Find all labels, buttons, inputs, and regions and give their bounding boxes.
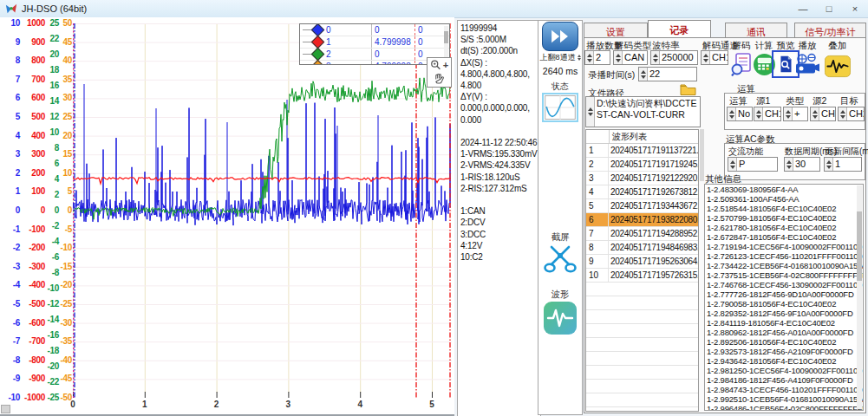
decode-field-3-value: CH1 <box>710 51 728 64</box>
legend-row[interactable]: 14.7999980 <box>300 36 449 49</box>
spinner-arrows[interactable] <box>585 51 594 64</box>
y-tick-label: -6 <box>52 252 59 263</box>
titlebar: JH-DSO (64bit) — □ × <box>0 0 868 18</box>
y-tick-label: 10 <box>62 168 72 179</box>
other-info-item: 1-2.719194-1CEC56F4-10090002FF001100 <box>705 242 863 251</box>
page-up-8ch-control[interactable]: 上翻8通道 <box>538 52 582 63</box>
operation-field-3[interactable]: CH2 <box>810 107 836 121</box>
plot-area[interactable]: 00014.799998020034.7999980 + <box>73 23 452 398</box>
fast-forward-button[interactable] <box>538 23 582 50</box>
decode-field-0[interactable]: 2 <box>584 50 610 65</box>
other-info-item: 1-2.746768-1CECF456-13090002FF001100 <box>705 280 863 289</box>
tab-settings[interactable]: 设置 <box>584 23 648 37</box>
measurement-line: 4.800,4.800,4.800, <box>460 68 538 80</box>
y-tick-label: -500 <box>29 299 45 309</box>
other-info-list[interactable]: 1-2.483069-180956F4-AA1-2.509361-100AF45… <box>704 184 864 411</box>
decode-field-1[interactable]: CAN <box>613 50 648 65</box>
file-path-box[interactable]: D:\快速访问资料\DCCTEST-CAN-VOLT-CURR <box>585 96 701 127</box>
waveform-list-row[interactable]: 62024051717193822080.j <box>586 213 698 227</box>
ac-field-1[interactable]: 30 <box>784 157 820 172</box>
zoom-in-tool[interactable]: + <box>430 59 448 72</box>
y-tick-label: -16 <box>47 330 59 341</box>
measurement-line: 1-VRMS:195.330mV <box>460 148 538 159</box>
other-info-item: 1-2.892506-181056F4-EC10C40E02 <box>705 337 863 347</box>
y-tick-label: 9 <box>16 37 20 48</box>
waveform-button[interactable] <box>538 301 582 337</box>
叠加-button[interactable]: 叠加 <box>825 40 851 80</box>
minimize-button[interactable]: — <box>790 0 816 17</box>
spinner-arrows[interactable] <box>651 51 660 64</box>
x-axis-labels: 012345 <box>73 400 452 412</box>
operation-field-2[interactable]: + <box>783 107 808 121</box>
measurement-line: 2024-11-12 22:50:46 <box>460 137 538 148</box>
status-indicator[interactable] <box>538 93 582 122</box>
legend-row[interactable]: 000 <box>300 24 449 36</box>
y-tick-label: 0 <box>68 205 72 216</box>
y-tick-label: -4 <box>52 237 59 247</box>
waveform-list-row[interactable]: 42024051717192673812.j <box>586 185 698 199</box>
waveform-list-row[interactable]: 12024051717191137221.j <box>586 144 698 158</box>
tab-record[interactable]: 记录 <box>648 20 712 37</box>
measurement-line: 0.000,0.000,0.000, <box>460 102 538 114</box>
waveform-list-row[interactable]: 72024051717194288952.j <box>586 227 698 241</box>
other-info-item: 1-2.509361-100AF456-AA <box>705 194 863 204</box>
path-spinner[interactable] <box>586 97 595 127</box>
waveform-list-row[interactable]: 82024051717194846983.j <box>586 241 698 255</box>
spinner-arrows[interactable] <box>754 107 763 120</box>
spinner-arrows[interactable] <box>785 158 793 171</box>
legend-value: 4.799998 <box>371 61 414 65</box>
y-tick-label: 25 <box>49 18 59 29</box>
operation-field-0[interactable]: No <box>727 107 753 121</box>
y-tick-label: 10 <box>10 18 20 29</box>
decode-field-2[interactable]: 250000 <box>650 50 698 65</box>
record-time-input[interactable]: 22 <box>638 67 697 81</box>
spinner-arrows[interactable] <box>839 107 847 120</box>
播放-button[interactable]: 播放 <box>794 40 820 76</box>
operation-field-4[interactable]: CH2 <box>838 107 865 121</box>
record-time-label: 录播时间(s) <box>588 69 635 81</box>
axis-red: 10009008007006005004003002001000-100-200… <box>22 18 45 403</box>
legend-value: 0 <box>371 24 414 36</box>
waveform-canvas[interactable] <box>73 23 452 398</box>
y-tick-label: -700 <box>29 336 45 347</box>
y-tick-label: -35 <box>60 336 72 347</box>
ac-field-0[interactable]: P <box>728 157 778 172</box>
waveform-list-scrollbar[interactable] <box>700 129 704 181</box>
axis-blue: 109876543210-1-2-3-4-5-6-7-8-9-10 <box>2 18 20 403</box>
other-info-scrollbar[interactable] <box>857 185 862 409</box>
spinner-arrows[interactable] <box>702 51 710 64</box>
spinner-arrows[interactable] <box>825 158 833 171</box>
waveform-list-row[interactable]: 52024051717193443672.j <box>586 199 698 213</box>
operation-field-1[interactable]: CH1 <box>754 107 781 121</box>
channel-page-spinner[interactable] <box>578 55 581 61</box>
waveform-list[interactable]: 波形列表12024051717191137221.j22024051717191… <box>585 129 699 412</box>
screenshot-button[interactable] <box>538 244 582 276</box>
close-button[interactable]: × <box>842 0 868 17</box>
maximize-button[interactable]: □ <box>816 0 842 17</box>
ac-field-2[interactable]: 1 <box>824 157 862 172</box>
spinner-arrows[interactable] <box>811 107 819 120</box>
waveform-list-row[interactable]: 102024051717195726315.j <box>586 269 698 283</box>
action-button-label: 播放 <box>794 40 820 52</box>
y-tick-label: -12 <box>47 299 59 309</box>
other-info-item: 1-2.932573-1812F456-A2109F0F0000FD <box>705 347 863 356</box>
tab-signal-power[interactable]: 信号/功率计 <box>794 23 866 37</box>
pan-hand-tool[interactable] <box>434 73 445 86</box>
spinner-arrows[interactable] <box>728 107 736 120</box>
x-tick-label: 0 <box>70 400 75 409</box>
y-tick-label: 2 <box>55 190 59 200</box>
play-icon <box>794 53 820 76</box>
tab-comm[interactable]: 通讯 <box>725 23 787 37</box>
y-tick-label: -2 <box>52 221 59 231</box>
other-info-item: 1-2.570799-181056F4-EC10C40E02 <box>705 213 863 223</box>
spinner-arrows[interactable] <box>614 51 623 64</box>
decode-field-3[interactable]: CH1 <box>701 50 728 65</box>
spinner-arrows[interactable] <box>784 107 793 120</box>
spinner-arrows[interactable] <box>639 68 648 81</box>
spinner-arrows[interactable] <box>728 158 737 171</box>
measurement-line: 1:CAN <box>460 205 538 217</box>
waveform-list-row[interactable]: 92024051717195263064.j <box>586 255 698 269</box>
app-window: JH-DSO (64bit) — □ × 109876543210-1-2-3-… <box>0 0 868 416</box>
waveform-list-row[interactable]: 32024051717192122920.j <box>586 172 698 185</box>
waveform-list-row[interactable]: 22024051717191719245.j <box>586 158 698 172</box>
